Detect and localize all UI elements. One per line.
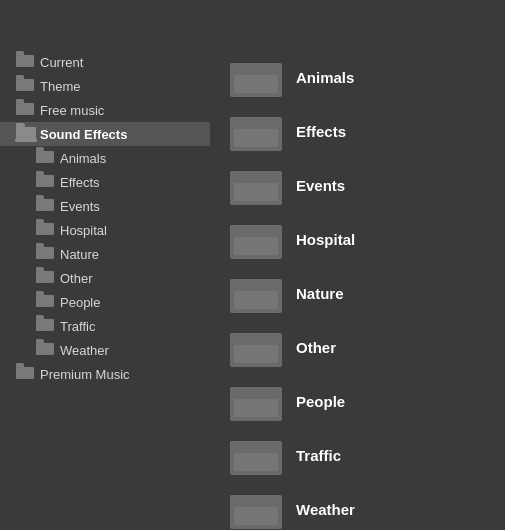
big-folder-icon-hospital xyxy=(230,219,282,259)
right-folder-label-effects: Effects xyxy=(296,123,346,140)
folder-closed-icon xyxy=(36,295,54,309)
right-folder-label-animals: Animals xyxy=(296,69,354,86)
app-container: CurrentThemeFree musicSound EffectsAnima… xyxy=(0,0,505,530)
tree-label-sound-effects: Sound Effects xyxy=(40,127,127,142)
folder-closed-icon xyxy=(36,175,54,189)
tree-item-other[interactable]: Other xyxy=(0,266,210,290)
right-folder-label-people: People xyxy=(296,393,345,410)
right-folder-label-events: Events xyxy=(296,177,345,194)
right-folder-events[interactable]: Events xyxy=(210,158,505,212)
right-folder-label-nature: Nature xyxy=(296,285,344,302)
right-folder-people[interactable]: People xyxy=(210,374,505,428)
right-folder-nature[interactable]: Nature xyxy=(210,266,505,320)
folder-open-icon xyxy=(16,127,34,141)
right-folder-effects[interactable]: Effects xyxy=(210,104,505,158)
tree-item-premium-music[interactable]: Premium Music xyxy=(0,362,210,386)
right-folder-label-hospital: Hospital xyxy=(296,231,355,248)
folder-closed-icon xyxy=(16,79,34,93)
tree-label-hospital: Hospital xyxy=(60,223,107,238)
right-folder-label-other: Other xyxy=(296,339,336,356)
folder-closed-icon xyxy=(36,247,54,261)
right-folder-animals[interactable]: Animals xyxy=(210,50,505,104)
tree-item-events[interactable]: Events xyxy=(0,194,210,218)
tree-label-free-music: Free music xyxy=(40,103,104,118)
right-folder-traffic[interactable]: Traffic xyxy=(210,428,505,482)
folder-closed-icon xyxy=(16,103,34,117)
tree-item-weather[interactable]: Weather xyxy=(0,338,210,362)
big-folder-icon-effects xyxy=(230,111,282,151)
folder-closed-icon xyxy=(36,151,54,165)
tree-item-hospital[interactable]: Hospital xyxy=(0,218,210,242)
big-folder-icon-people xyxy=(230,381,282,421)
big-folder-icon-animals xyxy=(230,57,282,97)
folder-closed-icon xyxy=(36,343,54,357)
tree-item-traffic[interactable]: Traffic xyxy=(0,314,210,338)
tree-item-theme[interactable]: Theme xyxy=(0,74,210,98)
big-folder-icon-nature xyxy=(230,273,282,313)
folder-closed-icon xyxy=(36,223,54,237)
folder-closed-icon xyxy=(36,319,54,333)
tree-item-sound-effects[interactable]: Sound Effects xyxy=(0,122,210,146)
right-folder-weather[interactable]: Weather xyxy=(210,482,505,530)
tree-label-other: Other xyxy=(60,271,93,286)
big-folder-icon-other xyxy=(230,327,282,367)
folder-closed-icon xyxy=(16,55,34,69)
folder-closed-icon xyxy=(16,367,34,381)
right-folder-other[interactable]: Other xyxy=(210,320,505,374)
tree-item-animals[interactable]: Animals xyxy=(0,146,210,170)
tree-label-events: Events xyxy=(60,199,100,214)
tree-label-premium-music: Premium Music xyxy=(40,367,130,382)
tree-label-theme: Theme xyxy=(40,79,80,94)
folder-closed-icon xyxy=(36,199,54,213)
big-folder-icon-events xyxy=(230,165,282,205)
folder-closed-icon xyxy=(36,271,54,285)
tree-label-weather: Weather xyxy=(60,343,109,358)
right-folder-hospital[interactable]: Hospital xyxy=(210,212,505,266)
tree-label-traffic: Traffic xyxy=(60,319,95,334)
tree-label-animals: Animals xyxy=(60,151,106,166)
right-folder-label-traffic: Traffic xyxy=(296,447,341,464)
tree-item-free-music[interactable]: Free music xyxy=(0,98,210,122)
tree-label-nature: Nature xyxy=(60,247,99,262)
tree-label-current: Current xyxy=(40,55,83,70)
page-title xyxy=(0,0,505,24)
tree-item-people[interactable]: People xyxy=(0,290,210,314)
tree-item-nature[interactable]: Nature xyxy=(0,242,210,266)
right-folder-panel: AnimalsEffectsEventsHospitalNatureOtherP… xyxy=(210,50,505,530)
tree-item-current[interactable]: Current xyxy=(0,50,210,74)
tree-item-effects[interactable]: Effects xyxy=(0,170,210,194)
big-folder-icon-weather xyxy=(230,489,282,529)
big-folder-icon-traffic xyxy=(230,435,282,475)
left-tree-panel: CurrentThemeFree musicSound EffectsAnima… xyxy=(0,50,210,386)
tree-label-effects: Effects xyxy=(60,175,100,190)
tree-label-people: People xyxy=(60,295,100,310)
right-folder-label-weather: Weather xyxy=(296,501,355,518)
